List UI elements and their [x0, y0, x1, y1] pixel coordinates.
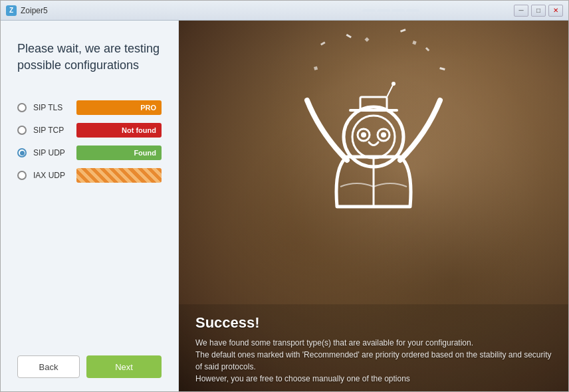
sip-tls-radio[interactable]	[17, 103, 27, 112]
sip-tcp-status: Not found	[76, 123, 162, 138]
svg-point-13	[361, 132, 366, 138]
success-desc: We have found some transport type(s) tha…	[195, 337, 552, 385]
svg-rect-3	[320, 42, 326, 46]
app-title: Zoiper5	[21, 6, 267, 15]
maximize-button[interactable]: □	[531, 5, 546, 17]
svg-line-17	[387, 84, 394, 97]
back-button[interactable]: Back	[17, 355, 80, 378]
tab-1[interactable]	[362, 9, 376, 12]
tab-3[interactable]	[392, 9, 405, 12]
svg-rect-2	[425, 47, 429, 51]
sip-udp-status: Found	[76, 146, 162, 160]
svg-point-14	[381, 132, 386, 138]
right-panel: Success! We have found some transport ty…	[179, 21, 568, 391]
sip-tls-label: SIP TLS	[33, 103, 70, 112]
sip-tcp-row: SIP TCP Not found	[17, 123, 162, 138]
sip-udp-label: SIP UDP	[33, 148, 70, 157]
main-title: Please wait, we are testing possible con…	[17, 41, 162, 74]
iax-udp-radio[interactable]	[17, 171, 27, 180]
sip-tcp-label: SIP TCP	[33, 126, 70, 135]
success-title: Success!	[195, 314, 552, 332]
content-area: Please wait, we are testing possible con…	[1, 21, 568, 391]
svg-rect-0	[346, 34, 352, 39]
next-button[interactable]: Next	[86, 355, 162, 378]
title-bar-tabs	[267, 9, 514, 12]
bottom-buttons: Back Next	[17, 345, 162, 378]
success-text-area: Success! We have found some transport ty…	[179, 304, 568, 391]
tab-2[interactable]	[377, 9, 390, 12]
sip-udp-radio[interactable]	[17, 148, 27, 157]
sip-tcp-radio[interactable]	[17, 126, 27, 135]
app-icon: Z	[6, 5, 17, 16]
tab-4[interactable]	[406, 9, 419, 12]
sip-tls-row: SIP TLS PRO	[17, 100, 162, 115]
main-window: Z Zoiper5 ─ □ ✕ Please wait, we are test…	[0, 0, 569, 392]
svg-rect-5	[364, 37, 369, 42]
iax-udp-row: IAX UDP	[17, 168, 162, 183]
close-button[interactable]: ✕	[548, 5, 563, 17]
svg-rect-6	[412, 41, 416, 45]
left-panel: Please wait, we are testing possible con…	[1, 21, 179, 391]
svg-rect-1	[400, 29, 406, 33]
config-options: SIP TLS PRO SIP TCP Not found SIP UDP Fo…	[17, 100, 162, 332]
svg-rect-7	[314, 66, 318, 70]
minimize-button[interactable]: ─	[514, 5, 528, 17]
title-bar: Z Zoiper5 ─ □ ✕	[1, 1, 568, 21]
svg-point-18	[392, 82, 396, 86]
svg-rect-4	[439, 67, 445, 70]
sip-tls-status: PRO	[76, 100, 162, 115]
sip-udp-row: SIP UDP Found	[17, 146, 162, 160]
iax-udp-status	[76, 168, 162, 183]
window-controls: ─ □ ✕	[514, 5, 563, 17]
iax-udp-label: IAX UDP	[33, 171, 70, 180]
illustration	[281, 27, 467, 240]
